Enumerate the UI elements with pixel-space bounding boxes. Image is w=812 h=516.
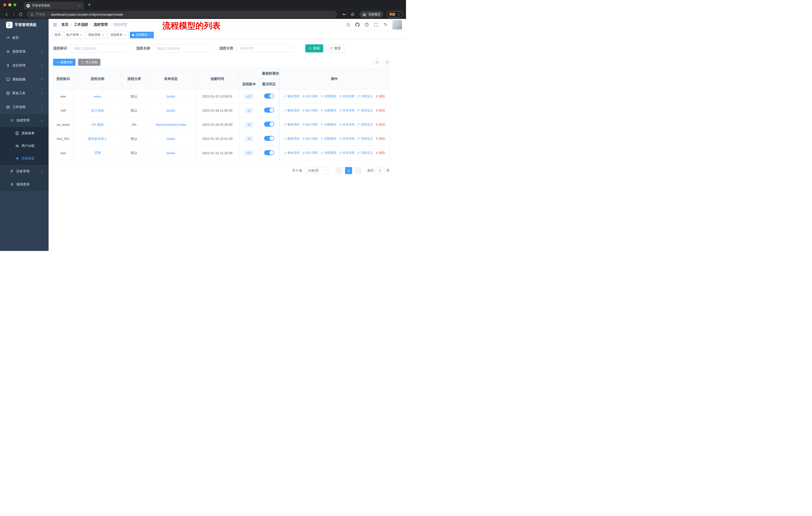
sidebar-item-workflow[interactable]: 工作流程 [0,100,49,114]
address-bar[interactable]: 不安全 dashboard.yudao.iocoder.cn/bpm/manag… [27,11,337,18]
sidebar-item-system[interactable]: 系统管理 [0,45,49,58]
tag-process-model[interactable]: 流程模型 [130,32,154,38]
close-icon[interactable] [102,33,105,36]
form-link[interactable]: biubiu [167,109,175,112]
tag-tenant[interactable]: 租户管理 [64,32,85,38]
breadcrumb-item[interactable]: 首页 [61,22,68,27]
op-delete-button[interactable]: 删除 [376,94,385,99]
back-button[interactable] [3,11,10,18]
goto-page-input[interactable] [376,167,385,174]
close-icon[interactable] [80,33,83,36]
op-assign-button[interactable]: 分配规则 [320,137,336,141]
user-avatar[interactable] [393,20,402,29]
update-browser-button[interactable]: 更新 [387,11,403,18]
process-name-link[interactable]: OA 请假 [92,123,104,127]
close-icon[interactable] [123,33,126,36]
font-size-icon[interactable] [383,22,388,27]
create-process-button[interactable]: 新建流程 [53,59,76,66]
forward-button[interactable] [10,11,17,18]
sidebar-item-devtools[interactable]: 研发工具 [0,86,49,100]
op-design-button[interactable]: 设计流程 [302,123,318,127]
process-name-link[interactable]: 滔博 [94,151,101,155]
op-delete-button[interactable]: 删除 [376,123,385,127]
tag-home[interactable]: 首页 [52,32,63,38]
active-toggle[interactable] [264,150,274,155]
tab-close-icon[interactable] [78,4,81,7]
minimize-window-button[interactable] [8,3,11,6]
active-toggle[interactable] [264,122,274,127]
active-toggle[interactable] [264,136,274,141]
sidebar-item-process-form[interactable]: 流程表单 [0,127,49,140]
sidebar-item-home[interactable]: 首页 [0,31,49,45]
refresh-table-button[interactable] [383,59,390,66]
process-name-link[interactable]: 自己审批 [91,109,104,112]
tag-my-process[interactable]: 我的流程 [86,32,107,38]
op-publish-button[interactable]: 发布流程 [339,108,355,113]
op-definition-button[interactable]: 流程定义 [357,151,373,155]
sidebar-toggle-button[interactable] [49,22,61,27]
process-name-input[interactable] [153,44,211,52]
op-design-button[interactable]: 设计流程 [302,137,318,141]
process-key-input[interactable] [70,44,128,52]
header-search-icon[interactable] [346,22,350,27]
op-publish-button[interactable]: 发布流程 [339,151,355,155]
op-edit-button[interactable]: 修改流程 [284,94,299,99]
sidebar-item-payment[interactable]: 支付管理 [0,58,49,72]
version-badge[interactable]: v17 [244,94,254,99]
op-assign-button[interactable]: 分配规则 [320,94,336,99]
op-edit-button[interactable]: 修改流程 [284,151,299,155]
sidebar-item-leave-query[interactable]: 请假查询 [0,178,49,191]
breadcrumb-item[interactable]: 工作流程 [74,22,88,27]
op-definition-button[interactable]: 流程定义 [357,94,373,99]
toggle-search-button[interactable] [373,59,380,66]
op-design-button[interactable]: 设计流程 [302,108,318,113]
op-publish-button[interactable]: 发布流程 [339,123,355,127]
op-edit-button[interactable]: 修改流程 [284,123,299,127]
breadcrumb-item[interactable]: 流程管理 [94,22,108,27]
tag-process-form[interactable]: 流程表单 [108,32,128,38]
reset-button[interactable]: 重置 [326,44,345,52]
form-link[interactable]: biubiu [167,137,175,141]
op-edit-button[interactable]: 修改流程 [284,108,299,113]
sidebar-item-process-management[interactable]: 流程管理 [0,114,49,127]
sidebar-item-infrastructure[interactable]: 基础设施 [0,72,49,86]
active-toggle[interactable] [264,93,274,99]
op-delete-button[interactable]: 删除 [376,151,385,155]
close-window-button[interactable] [3,3,6,6]
bookmark-star-icon[interactable] [350,12,355,17]
version-badge[interactable]: v5 [245,122,253,127]
sidebar-item-process-model[interactable]: 流程模型 [0,152,49,165]
close-icon[interactable] [149,33,151,36]
page-1-button[interactable]: 1 [345,167,352,174]
version-badge[interactable]: v4 [245,136,253,141]
op-assign-button[interactable]: 分配规则 [320,151,336,155]
op-delete-button[interactable]: 删除 [376,108,385,113]
version-badge[interactable]: v2 [245,108,253,113]
app-logo-row[interactable]: 芋道管理系统 [0,19,49,31]
new-tab-button[interactable]: + [88,2,91,7]
form-link[interactable]: /bpm/oa/leave/create [155,123,186,127]
op-assign-button[interactable]: 分配规则 [320,123,336,127]
op-delete-button[interactable]: 删除 [376,137,385,141]
op-edit-button[interactable]: 修改流程 [284,137,299,141]
next-page-button[interactable] [355,167,362,174]
op-design-button[interactable]: 设计流程 [302,151,318,155]
form-link[interactable]: biubiu [167,151,175,155]
op-design-button[interactable]: 设计流程 [302,94,318,99]
op-assign-button[interactable]: 分配规则 [320,108,336,113]
op-definition-button[interactable]: 流程定义 [357,137,373,141]
kebab-menu-icon[interactable] [397,12,401,16]
password-key-icon[interactable] [342,12,346,17]
active-toggle[interactable] [264,108,274,113]
help-icon[interactable] [365,22,369,27]
page-size-select[interactable]: 10条/页 [306,167,328,174]
form-link[interactable]: biubiu [167,94,175,98]
fullscreen-icon[interactable] [374,22,378,27]
version-badge[interactable]: v21 [244,151,254,156]
prev-page-button[interactable] [336,167,343,174]
search-button[interactable]: 搜索 [305,44,323,52]
github-icon[interactable] [355,22,360,27]
sidebar-item-user-group[interactable]: 用户分组 [0,140,49,152]
process-name-link[interactable]: eeee [94,94,101,98]
process-name-link[interactable]: 测试多审批人 [88,137,108,141]
